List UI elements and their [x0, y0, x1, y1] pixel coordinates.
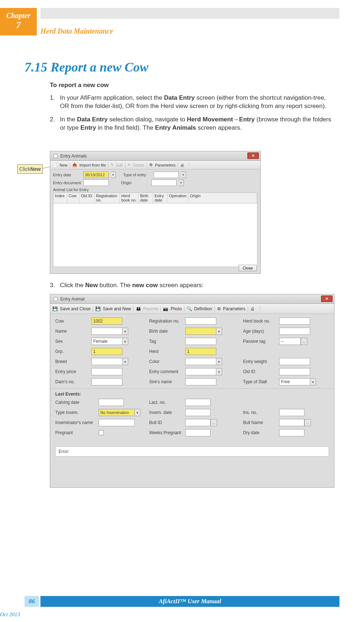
col-entry[interactable]: Entry date — [153, 193, 168, 203]
typeinsem-field[interactable]: No Insemination — [99, 409, 135, 416]
ellipsis-button[interactable]: … — [301, 338, 307, 345]
eprice-field[interactable] — [91, 368, 122, 375]
grp-label: Grp. — [55, 349, 91, 354]
calving-field[interactable] — [99, 399, 124, 406]
ptag-label: Passive tag — [243, 339, 279, 344]
sex-field[interactable]: Female — [91, 338, 122, 345]
dropdown-icon[interactable]: ▾ — [216, 358, 222, 365]
window-title-bar[interactable]: Entry Animal ✕ — [50, 294, 334, 304]
pregnant-label: Pregnant — [55, 430, 99, 435]
help-icon[interactable]: ❔ — [257, 306, 262, 311]
ellipsis-button[interactable]: … — [211, 419, 217, 426]
entry-document-field[interactable] — [83, 180, 109, 186]
entry-date-field[interactable]: 30/10/2012 — [83, 172, 109, 178]
insname-field[interactable] — [99, 419, 135, 426]
arrow-icon: → — [233, 116, 239, 123]
insemdate-field[interactable] — [185, 409, 211, 416]
dropdown-icon[interactable]: ▾ — [216, 368, 222, 375]
col-oldid[interactable]: Old ID — [79, 193, 95, 203]
save-new-button[interactable]: Save and New — [103, 306, 131, 311]
app-icon — [53, 297, 58, 302]
origin-field[interactable] — [151, 180, 177, 186]
edit-button[interactable]: Edit — [116, 163, 123, 167]
close-button[interactable]: ✕ — [321, 295, 333, 302]
regno-label: Registration no. — [149, 319, 185, 324]
close-button[interactable]: ✕ — [247, 152, 259, 159]
col-regno[interactable]: Registration no. — [95, 193, 120, 203]
svg-rect-2 — [54, 297, 57, 301]
tag-field[interactable] — [185, 338, 216, 345]
bold-text: new cow — [132, 282, 158, 289]
grp-field[interactable]: 1 — [91, 348, 122, 355]
save-icon: 💾 — [52, 306, 58, 311]
weeksp-field[interactable] — [185, 429, 211, 436]
ellipsis-button[interactable]: … — [304, 419, 311, 426]
doc-icon: 📄 — [52, 163, 57, 167]
parameters-button[interactable]: Parameters — [223, 306, 246, 311]
name-field[interactable] — [91, 328, 122, 335]
col-origin[interactable]: Origin — [188, 193, 257, 203]
cow-label: Cow — [55, 319, 91, 324]
damno-field[interactable] — [91, 378, 122, 385]
delete-button[interactable]: Delete — [133, 163, 144, 167]
oldid-field[interactable] — [279, 368, 310, 375]
close-button[interactable]: Close — [239, 265, 257, 271]
definition-button[interactable]: Definition — [194, 306, 212, 311]
stall-field[interactable]: Free — [279, 378, 310, 385]
herd-field[interactable]: 1 — [185, 348, 216, 355]
regno-field[interactable] — [185, 318, 216, 325]
col-index[interactable]: Index — [53, 193, 67, 203]
text: In your AfiFarm application, select the — [60, 94, 164, 101]
dropdown-icon[interactable]: ▾ — [122, 358, 128, 365]
ptag-field[interactable]: -- — [279, 338, 301, 345]
text: In the — [60, 116, 77, 123]
dropdown-icon[interactable]: ▾ — [122, 328, 128, 335]
sirename-label: Sire's name — [149, 379, 185, 384]
dropdown-icon[interactable]: ▾ — [111, 172, 116, 178]
color-field[interactable] — [185, 358, 216, 365]
col-cow[interactable]: Cow — [67, 193, 79, 203]
photo-button[interactable]: Photo — [170, 306, 182, 311]
window-title-bar[interactable]: Entry Animals ✕ — [50, 151, 260, 161]
dropdown-icon[interactable]: ▾ — [216, 328, 222, 335]
ecomment-field[interactable] — [185, 368, 216, 375]
dropdown-icon[interactable]: ▾ — [135, 409, 140, 416]
new-button[interactable]: New — [60, 163, 68, 167]
save-close-button[interactable]: Save and Close — [60, 306, 91, 311]
table-body[interactable] — [53, 203, 257, 267]
dropdown-icon[interactable]: ▾ — [310, 378, 316, 385]
breed-field[interactable] — [91, 358, 122, 365]
insemdate-label: Insem. date — [149, 410, 185, 415]
bullname-field[interactable] — [279, 419, 304, 426]
cow-field[interactable]: 1002 — [91, 318, 122, 325]
parameters-button[interactable]: Parameters — [155, 163, 176, 167]
window-title: Entry Animals — [60, 154, 87, 159]
eweight-field[interactable] — [279, 358, 310, 365]
lactno-field[interactable] — [185, 399, 211, 406]
pregnant-checkbox[interactable] — [99, 430, 104, 435]
bold-text: Entry — [239, 116, 255, 123]
bold-text: Herd Movement — [187, 116, 233, 123]
eprice-label: Entry price — [55, 369, 91, 374]
bullid-field[interactable] — [185, 419, 211, 426]
save-new-icon: 💾 — [95, 306, 101, 311]
sirename-field[interactable] — [185, 378, 216, 385]
import-button[interactable]: Import from file — [79, 163, 106, 167]
dropdown-icon[interactable]: ▾ — [179, 180, 184, 186]
dropdown-icon[interactable]: ▾ — [181, 172, 186, 178]
parents-button[interactable]: Parents — [143, 306, 158, 311]
print-icon[interactable]: 🖨 — [250, 306, 255, 311]
col-operation[interactable]: Operation — [168, 193, 188, 203]
col-herdbook[interactable]: Herd book no. — [120, 193, 139, 203]
insno-field[interactable] — [279, 409, 304, 416]
birth-field[interactable] — [185, 328, 216, 335]
age-field[interactable] — [279, 328, 310, 335]
print-icon[interactable]: 🖨 — [180, 163, 184, 167]
type-of-entry-field[interactable] — [153, 172, 179, 178]
entry-date-label: Entry date — [53, 173, 81, 177]
herdbook-field[interactable] — [279, 318, 310, 325]
drydate-field[interactable] — [279, 429, 304, 436]
help-icon[interactable]: ❔ — [186, 163, 191, 167]
col-birth[interactable]: Birth date — [139, 193, 153, 203]
dropdown-icon[interactable]: ▾ — [122, 338, 128, 345]
